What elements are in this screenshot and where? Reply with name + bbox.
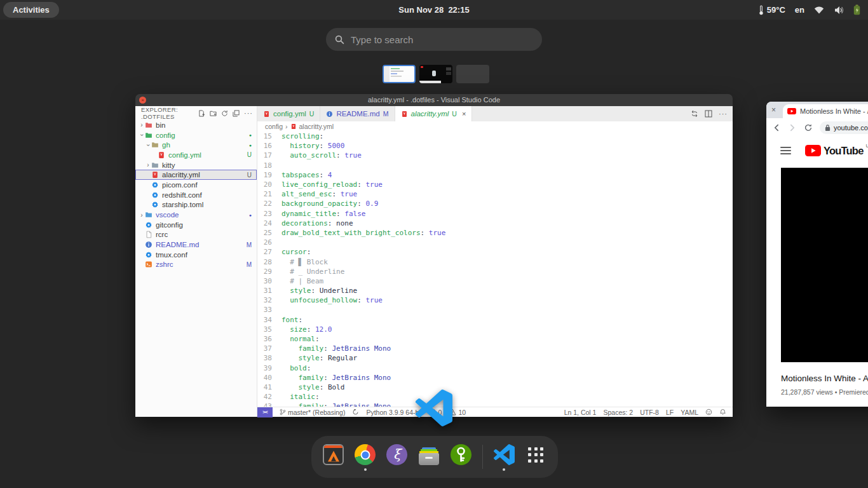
status-right-text-4[interactable]: YAML xyxy=(681,409,698,416)
keyboard-layout-indicator[interactable]: en xyxy=(795,5,804,15)
workspace-thumbnail-3[interactable] xyxy=(456,65,489,83)
line-number: 32 xyxy=(257,296,281,304)
system-status-area[interactable]: 59°C en xyxy=(759,0,860,20)
tree-item-config-yml[interactable]: config.ymlU xyxy=(135,150,257,160)
chrome-window[interactable]: × Motionless In White - / youtube.com/wa… xyxy=(766,102,868,407)
address-bar[interactable]: youtube.com/wa xyxy=(820,121,868,134)
menu-icon[interactable] xyxy=(780,147,791,154)
code-line-42: 42 italic: xyxy=(257,392,733,402)
status-right-text-3[interactable]: LF xyxy=(666,409,674,416)
line-content: decorations: none xyxy=(281,219,353,227)
tree-item-gh[interactable]: ›gh● xyxy=(135,140,257,150)
new-folder-icon[interactable] xyxy=(210,110,217,117)
tree-item-tmux-conf[interactable]: tmux.conf xyxy=(135,250,257,260)
open-changes-icon[interactable] xyxy=(691,110,698,118)
running-indicator xyxy=(396,468,398,471)
vscode-window[interactable]: × alacritty.yml - .dotfiles - Visual Stu… xyxy=(135,94,733,417)
workspace-thumbnail-2[interactable] xyxy=(419,65,452,83)
tab-alacritty-yml[interactable]: alacritty.ymlU× xyxy=(395,106,473,121)
dock-app-emacs[interactable]: ξ xyxy=(385,438,409,475)
tree-item-alacritty-yml[interactable]: alacritty.ymlU xyxy=(135,170,257,180)
new-file-icon[interactable] xyxy=(198,110,205,117)
tab-git-badge: U xyxy=(309,110,315,118)
breadcrumb-file[interactable]: alacritty.yml xyxy=(299,123,334,130)
line-content: family: JetBrains Mono xyxy=(281,402,391,407)
line-number: 25 xyxy=(257,229,281,237)
tab-close-icon[interactable]: × xyxy=(771,105,776,114)
code-editor[interactable]: 15scrolling:16 history: 500017 auto_scro… xyxy=(257,132,733,407)
dock-app-vscode[interactable] xyxy=(492,438,516,475)
tree-item-zshrc[interactable]: zshrcM xyxy=(135,260,257,270)
running-indicator xyxy=(428,468,430,471)
status-right-text-1[interactable]: Spaces: 2 xyxy=(603,409,633,416)
status-right-text-2[interactable]: UTF-8 xyxy=(640,409,659,416)
status-left-sync-2[interactable] xyxy=(352,409,359,416)
more-actions-icon[interactable]: ··· xyxy=(244,109,253,117)
youtube-logo[interactable]: YouTube UA xyxy=(805,145,868,156)
more-editor-actions-icon[interactable]: ··· xyxy=(719,110,728,118)
ws2-mini-thumb xyxy=(446,67,451,71)
reload-button[interactable] xyxy=(804,123,813,132)
collapse-folders-icon[interactable] xyxy=(233,110,240,117)
dock-app-files[interactable] xyxy=(417,438,440,475)
breadcrumb[interactable]: config › alacritty.yml xyxy=(257,121,733,132)
tree-item-rcrc[interactable]: rcrc xyxy=(135,230,257,240)
breadcrumb-folder[interactable]: config xyxy=(265,123,283,130)
tree-item-picom-conf[interactable]: picom.conf xyxy=(135,180,257,190)
folder-icon xyxy=(151,141,159,149)
dock-app-keepass[interactable] xyxy=(449,438,473,475)
code-line-20: 20live_config_reload: true xyxy=(257,180,733,189)
tree-item-kitty[interactable]: ›kitty xyxy=(135,160,257,170)
code-line-30: 30 # | Beam xyxy=(257,276,733,286)
search-input[interactable]: Type to search xyxy=(326,28,542,51)
dock-app-appgrid[interactable] xyxy=(524,438,548,475)
temperature-indicator[interactable]: 59°C xyxy=(759,5,785,15)
tab-readme-md[interactable]: README.mdM xyxy=(320,106,395,121)
keepass-icon xyxy=(449,444,472,466)
code-line-39: 39 bold: xyxy=(257,363,733,373)
workspace-thumbnail-1[interactable] xyxy=(383,65,416,83)
tree-item-readme-md[interactable]: README.mdM xyxy=(135,240,257,250)
tab-close-icon[interactable]: × xyxy=(462,110,466,118)
clock[interactable]: Sun Nov 28 22:15 xyxy=(0,0,868,20)
tree-item-config[interactable]: ›config● xyxy=(135,130,257,140)
forward-button[interactable] xyxy=(788,123,797,132)
window-close-button[interactable]: × xyxy=(139,97,146,104)
git-status-badge: ● xyxy=(249,213,252,217)
ws2-mini-figure xyxy=(432,71,436,76)
status-label: Python 3.9.9 64-bit xyxy=(366,409,422,416)
refresh-icon[interactable] xyxy=(221,110,228,117)
dock-app-chrome[interactable] xyxy=(353,438,377,475)
tree-item-bin[interactable]: ›bin xyxy=(135,120,257,130)
back-button[interactable] xyxy=(772,123,781,132)
status-right-bell-6[interactable] xyxy=(719,409,726,416)
status-left-remote-0[interactable]: >< xyxy=(257,407,273,417)
tree-item-starship-toml[interactable]: starship.toml xyxy=(135,200,257,210)
line-number: 21 xyxy=(257,190,281,198)
line-content: italic: xyxy=(281,393,320,401)
tree-item-redshift-conf[interactable]: redshift.conf xyxy=(135,190,257,200)
gear-icon xyxy=(151,191,159,199)
dock-app-alacritty[interactable] xyxy=(322,438,345,475)
video-player[interactable] xyxy=(781,168,868,362)
tab-label: config.yml xyxy=(273,110,306,118)
line-content: alt_send_esc: true xyxy=(281,190,357,198)
status-right-feedback-5[interactable] xyxy=(705,409,712,416)
volume-icon[interactable] xyxy=(834,6,844,15)
line-number: 42 xyxy=(257,393,281,401)
tab-config-yml[interactable]: config.ymlU xyxy=(257,106,320,121)
remote-indicator[interactable]: >< xyxy=(257,407,273,417)
tree-item-gitconfig[interactable]: gitconfig xyxy=(135,220,257,230)
wifi-icon[interactable] xyxy=(814,6,824,14)
line-number: 15 xyxy=(257,132,281,140)
tab-title: Motionless In White - / xyxy=(800,107,868,115)
split-editor-icon[interactable] xyxy=(705,110,712,118)
status-left-branch-1[interactable]: master* (Rebasing) xyxy=(280,409,345,416)
status-right-text-0[interactable]: Ln 1, Col 1 xyxy=(564,409,597,416)
vscode-titlebar[interactable]: × alacritty.yml - .dotfiles - Visual Stu… xyxy=(135,94,733,106)
status-label: YAML xyxy=(681,409,698,416)
status-left-text-3[interactable]: Python 3.9.9 64-bit xyxy=(366,409,422,416)
tree-item-vscode[interactable]: ›vscode● xyxy=(135,210,257,220)
chrome-active-tab[interactable]: Motionless In White - / xyxy=(783,104,868,118)
battery-icon[interactable] xyxy=(853,4,860,15)
